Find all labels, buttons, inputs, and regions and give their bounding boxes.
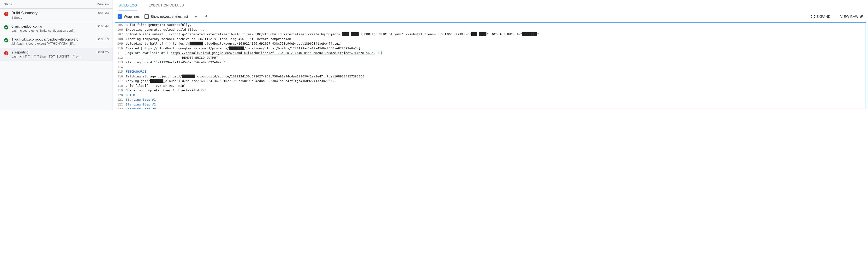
expand-label: EXPAND (816, 14, 831, 19)
log-text: Uploading tarball of [.] to [gs://██████… (126, 41, 866, 46)
log-line: 109Uploading tarball of [.] to [gs://███… (115, 41, 866, 46)
log-text: Logs are available at [ https://console.… (126, 51, 866, 55)
main-panel: BUILD LOG EXECUTION DETAILS Wrap lines S… (113, 0, 868, 110)
tabs: BUILD LOG EXECUTION DETAILS (113, 0, 868, 11)
show-newest-toggle[interactable]: Show newest entries first (145, 14, 188, 19)
tab-build-log[interactable]: BUILD LOG (119, 0, 137, 11)
duration-col-label: Duration (97, 2, 109, 6)
svg-point-5 (6, 54, 6, 55)
line-number: 107 (115, 32, 126, 37)
step-duration: 00:00:13 (96, 37, 109, 41)
log-toolbar: Wrap lines Show newest entries first EXP… (113, 11, 868, 22)
log-line: 118/ [0 files][ 0.0 B/ 98.4 KiB] (115, 84, 866, 88)
show-newest-label: Show newest entries first (151, 14, 188, 19)
log-text: Starting Step #0 (126, 107, 866, 109)
step-row[interactable]: 0: init_deploy_configbash -c set -e echo… (0, 22, 113, 35)
line-number: 108 (115, 37, 126, 41)
log-text: Created [https://cloudbuild.googleapis.c… (126, 46, 866, 51)
log-text: Fetching storage object: gs://███████_cl… (126, 74, 866, 79)
step-sub: /bin/bash -c set -e export PYTHONPATH=$P… (11, 42, 94, 45)
expand-button[interactable]: EXPAND (811, 14, 831, 19)
log-text: Starting Step #1 (126, 97, 866, 102)
line-number: 115 (115, 69, 126, 74)
log-line: 122Starting Step #2 (115, 102, 866, 107)
log-line: 111Logs are available at [ https://conso… (115, 51, 866, 55)
line-number: 119 (115, 88, 126, 93)
line-number: 117 (115, 78, 126, 84)
step-duration: 00:01:25 (96, 50, 109, 54)
step-duration: 00:00:44 (96, 25, 109, 28)
line-number: 112 (115, 55, 126, 60)
log-text: Executing generated gcloud build files..… (126, 27, 866, 32)
log-line: 106Executing generated gcloud build file… (115, 27, 866, 32)
line-number: 116 (115, 74, 126, 79)
download-icon[interactable] (204, 14, 209, 20)
line-number: 106 (115, 27, 126, 32)
log-text: starting build "12f1129a-1a12-4546-8356-… (126, 60, 866, 65)
step-sub: bash -c if [[ "" != "" ]] then _TGT_BUCK… (11, 55, 94, 58)
build-summary-sub: 3 Steps (11, 16, 94, 20)
log-line: 114 (115, 65, 866, 69)
line-number: 122 (115, 102, 126, 107)
sidebar-header: Steps Duration (0, 0, 113, 9)
log-line: 119Operation completed over 1 objects/98… (115, 88, 866, 93)
log-link[interactable]: https://cloudbuild.googleapis.com/v1/pro… (143, 46, 359, 50)
log-line: 110Created [https://cloudbuild.googleapi… (115, 46, 866, 51)
line-number: 111 (115, 51, 126, 55)
step-title: 0: init_deploy_config (11, 25, 94, 28)
line-number: 121 (115, 97, 126, 102)
success-icon (4, 38, 9, 43)
expand-icon (811, 14, 815, 19)
log-line: 117Copying gs://███████_cloudbuild/sourc… (115, 78, 866, 84)
line-number: 110 (115, 46, 126, 51)
tab-execution-details[interactable]: EXECUTION DETAILS (149, 0, 184, 11)
log-line: 107gcloud builds submit . --config="gene… (115, 32, 866, 37)
log-line: 115FETCHSOURCE (115, 69, 866, 74)
external-link-icon (860, 15, 863, 18)
step-row[interactable]: 1: gcr.io/kittycorn-public/deploy-kittyc… (0, 35, 113, 48)
log-text: Operation completed over 1 objects/98.4 … (126, 88, 866, 93)
wrap-lines-toggle[interactable]: Wrap lines (118, 14, 140, 19)
build-summary-row[interactable]: Build Summary 3 Steps 00:02:33 (0, 9, 113, 22)
steps-col-label: Steps (4, 2, 12, 6)
build-summary-title: Build Summary (11, 11, 94, 15)
line-number: 105 (115, 23, 126, 27)
line-number: 109 (115, 41, 126, 46)
view-raw-label: VIEW RAW (840, 14, 859, 19)
view-raw-button[interactable]: VIEW RAW (840, 14, 863, 19)
log-text: Creating temporary tarball archive of 13… (126, 37, 866, 41)
build-summary-duration: 00:02:33 (96, 11, 109, 14)
log-text: / [0 files][ 0.0 B/ 98.4 KiB] (126, 84, 866, 88)
svg-point-1 (6, 14, 6, 15)
steps-sidebar: Steps Duration Build Summary 3 Steps 00:… (0, 0, 113, 110)
log-text: FETCHSOURCE (126, 69, 866, 74)
log-text: gcloud builds submit . --config="generat… (126, 32, 866, 37)
checkbox-checked-icon (118, 14, 122, 19)
step-sub: bash -c set -e echo "Initial configurati… (11, 29, 94, 32)
log-line: 105Build files generated successfully. (115, 23, 866, 27)
line-number: 120 (115, 93, 126, 98)
error-icon (4, 51, 9, 56)
checkbox-unchecked-icon (145, 14, 149, 19)
line-number: 113 (115, 60, 126, 65)
log-text: Build files generated successfully. (126, 23, 866, 27)
error-icon (4, 11, 9, 16)
step-row[interactable]: 2: reportingbash -c if [[ "" != "" ]] th… (0, 48, 113, 61)
log-line: 108Creating temporary tarball archive of… (115, 37, 866, 41)
line-number: 123 (115, 107, 126, 109)
log-line: 120BUILD (115, 93, 866, 98)
log-text: BUILD (126, 93, 866, 98)
log-link[interactable]: https://console.cloud.google.com/cloud-b… (170, 51, 375, 55)
log-line: 113starting build "12f1129a-1a12-4546-83… (115, 60, 866, 65)
log-text: Starting Step #2 (126, 102, 866, 107)
wrap-lines-label: Wrap lines (124, 14, 140, 19)
log-output[interactable]: 105Build files generated successfully.10… (115, 22, 866, 109)
step-title: 1: gcr.io/kittycorn-public/deploy-kittyc… (11, 37, 94, 41)
log-line: 116Fetching storage object: gs://███████… (115, 74, 866, 79)
log-line: 121Starting Step #1 (115, 97, 866, 102)
log-text: ----------------------------- REMOTE BUI… (126, 55, 866, 60)
success-icon (4, 25, 9, 30)
log-text: Copying gs://███████_cloudbuild/source/1… (126, 78, 866, 84)
scroll-to-top-icon[interactable] (193, 14, 199, 20)
log-line: 112----------------------------- REMOTE … (115, 55, 866, 60)
